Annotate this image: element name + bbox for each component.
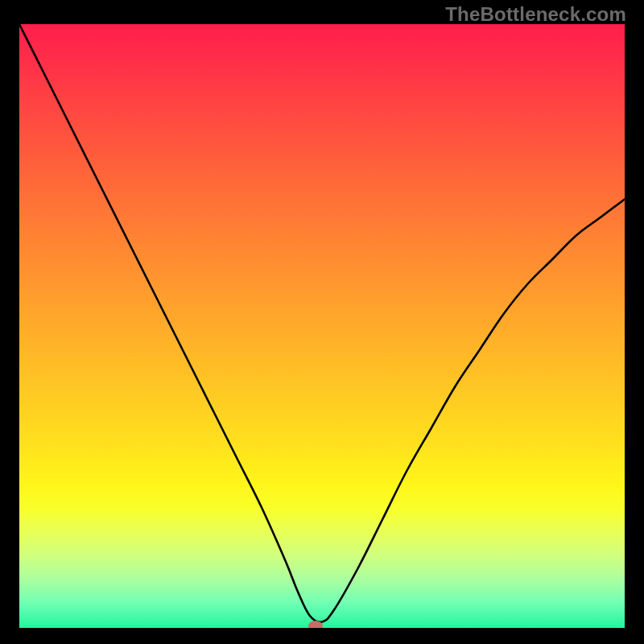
- chart-frame: TheBottleneck.com: [0, 0, 644, 644]
- minimum-marker: [308, 621, 323, 628]
- curve-path: [19, 24, 625, 622]
- watermark-text: TheBottleneck.com: [445, 3, 626, 26]
- bottleneck-curve: [19, 24, 625, 628]
- plot-area: [19, 24, 625, 628]
